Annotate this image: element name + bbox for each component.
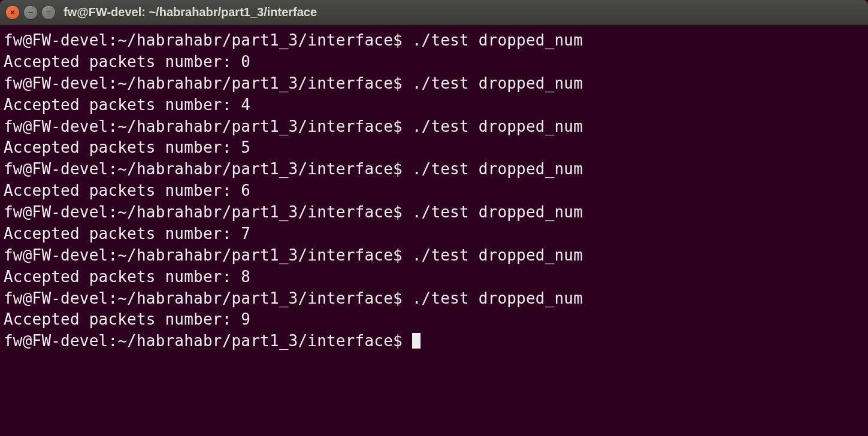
output-line: Accepted packets number: 5 <box>4 137 864 159</box>
current-prompt-line: fw@FW-devel:~/habrahabr/part1_3/interfac… <box>4 331 864 352</box>
prompt: fw@FW-devel:~/habrahabr/part1_3/interfac… <box>4 31 412 49</box>
maximize-button[interactable]: ▫ <box>42 6 55 19</box>
command-text: ./test dropped_num <box>412 160 583 178</box>
titlebar: × − ▫ fw@FW-devel: ~/habrahabr/part1_3/i… <box>0 0 868 25</box>
window-title: fw@FW-devel: ~/habrahabr/part1_3/interfa… <box>63 5 317 19</box>
output-value: 6 <box>241 181 250 199</box>
command-text: ./test dropped_num <box>412 203 583 221</box>
prompt: fw@FW-devel:~/habrahabr/part1_3/interfac… <box>4 160 412 178</box>
close-button[interactable]: × <box>6 6 19 19</box>
output-line: Accepted packets number: 4 <box>4 95 864 116</box>
command-line: fw@FW-devel:~/habrahabr/part1_3/interfac… <box>4 245 864 267</box>
minimize-icon: − <box>28 8 33 16</box>
command-line: fw@FW-devel:~/habrahabr/part1_3/interfac… <box>4 202 864 223</box>
output-line: Accepted packets number: 9 <box>4 309 864 331</box>
prompt: fw@FW-devel:~/habrahabr/part1_3/interfac… <box>4 246 412 264</box>
output-value: 9 <box>241 310 250 328</box>
command-text: ./test dropped_num <box>412 31 583 49</box>
close-icon: × <box>10 8 15 16</box>
output-value: 0 <box>241 53 250 71</box>
output-prefix: Accepted packets number: <box>4 181 241 199</box>
maximize-icon: ▫ <box>46 8 51 16</box>
command-line: fw@FW-devel:~/habrahabr/part1_3/interfac… <box>4 159 864 180</box>
command-line: fw@FW-devel:~/habrahabr/part1_3/interfac… <box>4 288 864 310</box>
command-text: ./test dropped_num <box>412 117 583 135</box>
output-prefix: Accepted packets number: <box>4 53 241 71</box>
output-prefix: Accepted packets number: <box>4 138 241 156</box>
output-prefix: Accepted packets number: <box>4 268 241 286</box>
output-line: Accepted packets number: 8 <box>4 267 864 288</box>
output-value: 4 <box>241 96 250 114</box>
output-line: Accepted packets number: 6 <box>4 180 864 202</box>
output-prefix: Accepted packets number: <box>4 225 241 243</box>
prompt: fw@FW-devel:~/habrahabr/part1_3/interfac… <box>4 332 412 350</box>
prompt: fw@FW-devel:~/habrahabr/part1_3/interfac… <box>4 289 412 307</box>
prompt: fw@FW-devel:~/habrahabr/part1_3/interfac… <box>4 117 412 135</box>
command-text: ./test dropped_num <box>412 246 583 264</box>
output-value: 5 <box>241 138 250 156</box>
command-text: ./test dropped_num <box>412 289 583 307</box>
terminal-output[interactable]: fw@FW-devel:~/habrahabr/part1_3/interfac… <box>0 25 868 436</box>
output-value: 8 <box>241 268 250 286</box>
minimize-button[interactable]: − <box>24 6 37 19</box>
window-controls: × − ▫ <box>6 6 55 19</box>
prompt: fw@FW-devel:~/habrahabr/part1_3/interfac… <box>4 74 412 92</box>
command-line: fw@FW-devel:~/habrahabr/part1_3/interfac… <box>4 73 864 95</box>
output-value: 7 <box>241 225 250 243</box>
cursor <box>412 333 421 349</box>
command-line: fw@FW-devel:~/habrahabr/part1_3/interfac… <box>4 116 864 138</box>
output-prefix: Accepted packets number: <box>4 310 241 328</box>
command-line: fw@FW-devel:~/habrahabr/part1_3/interfac… <box>4 30 864 52</box>
command-text: ./test dropped_num <box>412 74 583 92</box>
output-line: Accepted packets number: 0 <box>4 52 864 73</box>
output-prefix: Accepted packets number: <box>4 96 241 114</box>
output-line: Accepted packets number: 7 <box>4 223 864 245</box>
prompt: fw@FW-devel:~/habrahabr/part1_3/interfac… <box>4 203 412 221</box>
